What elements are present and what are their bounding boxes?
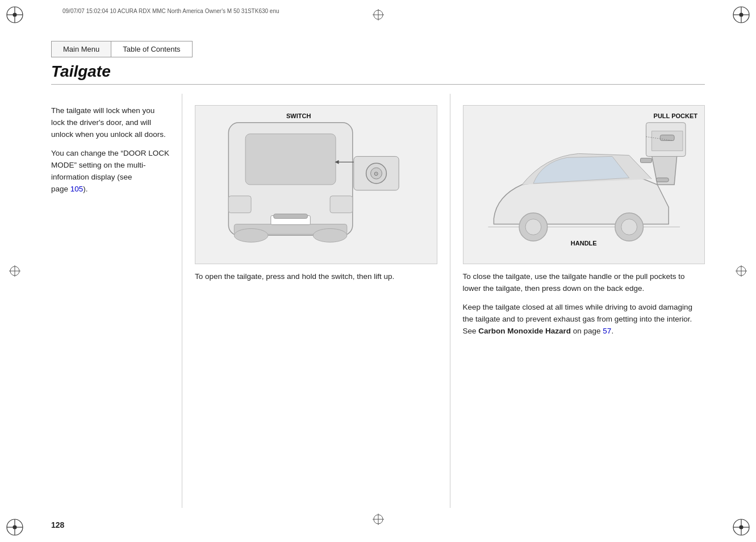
corner-decoration-tr — [731, 5, 751, 25]
corner-decoration-tl — [5, 5, 25, 25]
svg-rect-21 — [228, 196, 251, 213]
svg-rect-35 — [656, 178, 669, 182]
content-area: The tailgate will lock when you lock the… — [51, 94, 705, 508]
svg-point-40 — [621, 219, 637, 235]
table-of-contents-button[interactable]: Table of Contents — [111, 41, 191, 57]
corner-decoration-br — [731, 517, 751, 537]
print-info: 09/07/07 15:02:04 10 ACURA RDX MMC North… — [62, 8, 279, 14]
main-menu-button[interactable]: Main Menu — [52, 41, 111, 57]
svg-rect-22 — [330, 196, 353, 213]
svg-point-3 — [13, 13, 16, 16]
right-illustration: PULL POCKET HANDLE — [463, 105, 705, 264]
svg-point-25 — [234, 228, 268, 242]
svg-point-26 — [313, 228, 347, 242]
svg-rect-27 — [274, 214, 308, 219]
page-number: 128 — [51, 520, 64, 530]
page-title: Tailgate — [51, 62, 705, 85]
right-caption-1: To close the tailgate, use the tailgate … — [463, 271, 705, 295]
page-105-link[interactable]: 105 — [70, 185, 83, 193]
col-right: PULL POCKET HANDLE — [450, 94, 705, 508]
svg-text:⊙: ⊙ — [374, 170, 378, 177]
crosshair-top — [371, 8, 385, 22]
corner-decoration-bl — [5, 517, 25, 537]
crosshair-left — [8, 264, 22, 278]
svg-rect-20 — [245, 134, 336, 185]
svg-point-38 — [525, 219, 541, 235]
handle-label: HANDLE — [571, 240, 597, 247]
col-left: The tailgate will lock when you lock the… — [51, 94, 182, 508]
left-para-2: You can change the “DOOR LOCK MODE” sett… — [51, 148, 170, 195]
pull-pocket-label: PULL POCKET — [654, 112, 697, 119]
crosshair-bottom — [371, 512, 385, 526]
svg-rect-34 — [640, 158, 651, 162]
mid-illustration: SWITCH — [195, 105, 437, 264]
left-para-1: The tailgate will lock when you lock the… — [51, 105, 170, 141]
svg-point-11 — [13, 526, 16, 529]
svg-point-15 — [740, 526, 743, 529]
svg-point-7 — [740, 13, 743, 16]
switch-label: SWITCH — [286, 112, 311, 119]
page-57-link[interactable]: 57 — [603, 327, 611, 335]
carbon-monoxide-link: Carbon Monoxide Hazard — [478, 327, 571, 335]
mid-caption: To open the tailgate, press and hold the… — [195, 271, 437, 283]
crosshair-right — [734, 264, 748, 278]
right-caption-2: Keep the tailgate closed at all times wh… — [463, 302, 705, 337]
nav-bar: Main Menu Table of Contents — [51, 41, 193, 57]
col-mid: SWITCH — [182, 94, 450, 508]
